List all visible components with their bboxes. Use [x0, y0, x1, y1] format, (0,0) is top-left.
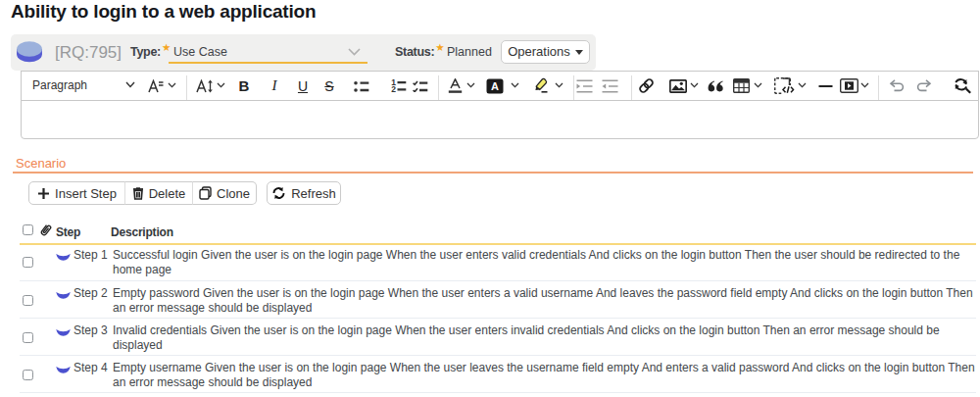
- svg-text:2: 2: [391, 84, 396, 92]
- svg-text:A: A: [491, 80, 499, 92]
